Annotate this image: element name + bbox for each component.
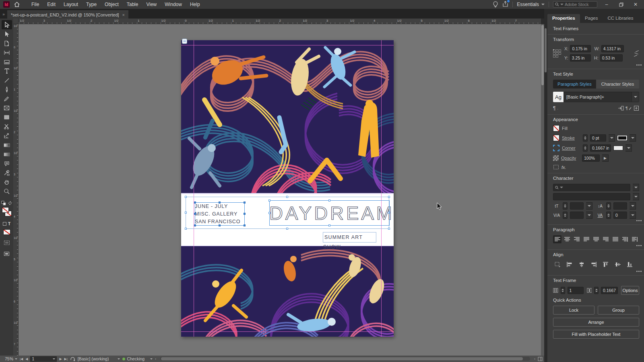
gutter-input[interactable] [601,287,618,294]
font-size-stepper[interactable] [563,202,568,210]
next-page-button[interactable]: ▶ [59,357,62,361]
tool-rectangle[interactable] [2,113,12,122]
page-number-input[interactable] [32,357,53,361]
style-dropdown-chevron[interactable] [632,92,639,102]
scroll-right-arrow[interactable]: › [534,357,535,361]
x-input[interactable] [570,45,591,52]
justify-right-button[interactable] [602,235,610,243]
zoom-level-dropdown[interactable]: 75% [5,356,17,361]
align-right-button[interactable] [572,235,581,243]
arrange-button[interactable]: Arrange [553,318,639,327]
columns-stepper[interactable] [561,287,565,294]
font-family-search[interactable] [553,184,630,191]
menu-edit[interactable]: Edit [43,0,60,8]
leading-stepper[interactable] [606,202,611,210]
align-left-button[interactable] [553,235,561,243]
page-number-box[interactable] [30,356,57,362]
scroll-left-arrow[interactable]: ‹ [155,357,156,361]
document-canvas[interactable]: JUNE - JULY MISC. GALLERY SAN FRANCISCO … [19,24,541,356]
corner-shape-swatch[interactable] [613,146,623,150]
ruler-origin-corner[interactable] [13,19,19,24]
tool-gap[interactable] [2,48,12,57]
vertical-scrollbar[interactable] [541,24,544,356]
font-style-dropdown[interactable] [633,193,639,200]
horizontal-ruler[interactable]: 1/231/221/211/201/211/221/231/241/251/26… [19,19,541,24]
kerning-dropdown[interactable] [586,212,592,219]
default-fill-stroke-icon[interactable] [1,201,6,206]
learn-lightbulb-icon[interactable] [493,1,498,8]
paragraph-mark-icon[interactable]: ¶ [553,105,555,111]
paragraph-more-options[interactable] [636,245,638,246]
restore-button[interactable] [616,0,626,9]
tool-eyedropper[interactable] [2,168,12,177]
character-more-options[interactable] [636,220,638,221]
search-input[interactable] [565,2,595,7]
group-button[interactable]: Group [598,306,639,315]
preflight-status[interactable]: Checking [122,356,153,361]
workspace-panel-icon[interactable] [538,357,543,361]
stroke-style-dropdown[interactable] [630,134,636,142]
reference-point-grid[interactable] [553,49,561,58]
justify-center-button[interactable] [592,235,600,243]
columns-input[interactable] [568,287,584,294]
tool-pen[interactable] [2,85,12,94]
gutter-stepper[interactable] [594,287,599,294]
horizontal-scrollbar-thumb[interactable] [161,357,523,360]
text-frame-options-button[interactable]: Options [621,286,639,295]
screen-mode-icon[interactable] [2,249,12,258]
object-style-icon[interactable] [553,165,559,170]
summer-art-show-text[interactable]: SUMMER ART SHOW [323,232,376,243]
menu-window[interactable]: Window [161,0,186,8]
tool-content-collector[interactable] [2,57,12,66]
style-override-icon[interactable]: ¶ [625,105,632,111]
kerning-stepper[interactable] [563,212,568,219]
fill-placeholder-text-button[interactable]: Fill with Placeholder Text [553,330,639,339]
leading-input[interactable] [613,202,627,210]
document-tab[interactable]: *set-up-a-postcard_END_V2.indd @ 150% [C… [7,10,128,19]
apply-none-button[interactable] [2,228,11,236]
formatting-affects-container-icon[interactable] [3,222,6,226]
first-page-button[interactable]: |◀ [20,357,23,361]
align-vertical-centers[interactable] [613,260,622,268]
panel-overflow-icon[interactable]: » [0,12,7,16]
last-page-button[interactable]: ▶| [64,357,68,361]
tool-free-transform[interactable] [2,131,12,140]
tool-selection[interactable] [2,20,12,29]
preflight-icon[interactable] [70,356,75,361]
tool-note[interactable] [2,159,12,168]
opacity-expand-arrow[interactable]: ▶ [602,154,609,162]
tab-cc-libraries[interactable]: CC Libraries [603,14,638,23]
redefine-style-icon[interactable] [617,105,624,111]
tab-pages[interactable]: Pages [580,14,603,23]
stroke-link[interactable]: Stroke [562,136,580,140]
tool-pencil[interactable] [2,94,12,103]
formatting-affects-text-icon[interactable]: T [8,222,10,226]
tool-hand[interactable] [2,177,12,187]
tool-line[interactable] [2,76,12,85]
font-family-dropdown[interactable] [633,184,639,191]
align-away-from-spine-button[interactable] [631,235,639,243]
tracking-dropdown[interactable] [630,212,636,219]
tracking-stepper[interactable] [606,212,611,219]
close-tab-icon[interactable]: × [122,12,125,17]
align-center-button[interactable] [563,235,571,243]
tool-zoom[interactable] [2,187,12,196]
swap-fill-stroke-icon[interactable] [8,201,12,205]
corner-options-icon[interactable] [553,145,559,151]
fx-label[interactable]: fx. [561,165,566,170]
postcard-page[interactable]: JUNE - JULY MISC. GALLERY SAN FRANCISCO … [181,40,394,337]
details-frame-selection[interactable] [195,202,245,226]
align-more-options[interactable] [636,271,638,272]
lock-button[interactable]: Lock [553,306,594,315]
preflight-profile-dropdown[interactable]: [Basic] (working) [78,356,120,361]
previous-page-button[interactable]: ◀ [25,357,28,361]
tool-frame[interactable] [2,103,12,113]
tool-gradient[interactable] [2,140,12,150]
workspace-switcher[interactable]: Essentials [517,2,545,7]
minimize-button[interactable]: – [601,0,612,9]
share-button[interactable] [502,1,508,8]
w-input[interactable] [601,45,624,52]
menu-table[interactable]: Table [123,0,142,8]
menu-layout[interactable]: Layout [60,0,82,8]
horizontal-scrollbar[interactable] [160,357,530,361]
